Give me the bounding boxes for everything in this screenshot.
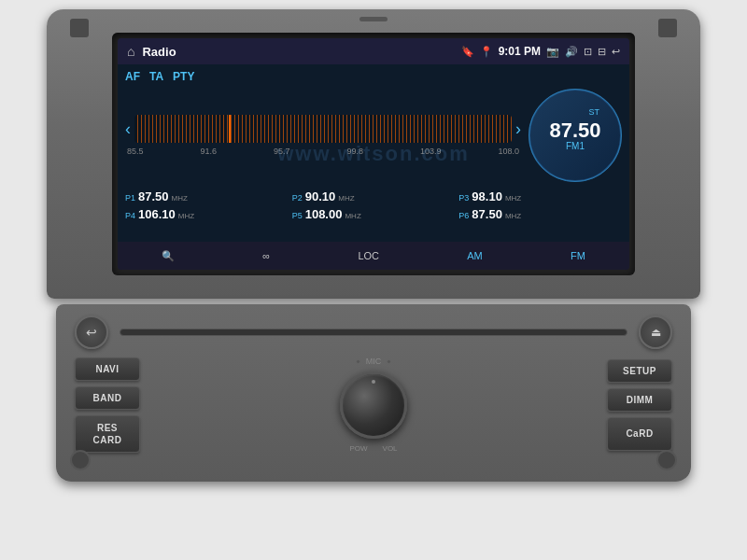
- tuner-left: ‹ › 85.5 91.6: [125, 115, 521, 156]
- af-badge[interactable]: AF: [125, 70, 140, 83]
- pow-vol-labels: POW VOL: [349, 444, 397, 453]
- screen-icon[interactable]: ⊡: [584, 46, 592, 58]
- preset-p4-label: P4: [125, 211, 135, 220]
- freq-mark-2: 91.6: [200, 147, 217, 156]
- right-button-group: SETUP DIMM CaRD: [607, 359, 672, 451]
- bottom-corner-right: [656, 450, 677, 470]
- fm-toolbar-btn[interactable]: FM: [571, 250, 585, 261]
- status-bar-icons: 🔖 📍 9:01 PM 📷 🔊 ⊡ ⊟ ↩: [461, 45, 620, 58]
- bottom-control-panel: ↩ ⏏ NAVI BAND RES CARD MIC POW: [56, 304, 691, 482]
- preset-p4-unit: MHZ: [178, 212, 194, 220]
- main-knob[interactable]: [340, 371, 407, 439]
- cd-row: ↩ ⏏: [75, 315, 672, 349]
- tune-right-arrow[interactable]: ›: [515, 119, 521, 139]
- preset-p6[interactable]: P6 87.50 MHZ: [458, 207, 622, 221]
- freq-mark-6: 108.0: [498, 147, 519, 156]
- back-icon[interactable]: ↩: [612, 46, 620, 58]
- preset-p3-unit: MHZ: [505, 194, 521, 203]
- freq-mark-3: 95.7: [274, 147, 290, 156]
- center-control: MIC POW VOL: [340, 357, 407, 453]
- screen: ⌂ Radio 🔖 📍 9:01 PM 📷 🔊 ⊡ ⊟ ↩: [118, 38, 629, 270]
- navi-button[interactable]: NAVI: [75, 357, 140, 381]
- screen-bezel: ⌂ Radio 🔖 📍 9:01 PM 📷 🔊 ⊡ ⊟ ↩: [112, 33, 635, 275]
- preset-p2-freq: 90.10: [305, 189, 336, 203]
- preset-p6-label: P6: [458, 211, 469, 220]
- status-time: 9:01 PM: [499, 45, 541, 58]
- left-button-group: NAVI BAND RES CARD: [75, 357, 140, 453]
- tuner-area: ‹ › 85.5 91.6: [125, 89, 622, 182]
- card-button[interactable]: CaRD: [607, 417, 672, 451]
- preset-p6-unit: MHZ: [505, 212, 521, 220]
- main-buttons-row: NAVI BAND RES CARD MIC POW VOL SETU: [75, 357, 672, 453]
- search-toolbar-btn[interactable]: 🔍: [162, 250, 175, 262]
- preset-p1-freq: 87.50: [138, 189, 169, 203]
- pow-label: POW: [349, 444, 367, 453]
- status-title: Radio: [142, 45, 176, 59]
- back-button[interactable]: ↩: [75, 315, 108, 349]
- band-label: FM1: [566, 141, 585, 151]
- volume-icon[interactable]: 🔊: [565, 46, 578, 58]
- bookmark-icon[interactable]: 🔖: [461, 46, 474, 58]
- vol-label: VOL: [383, 444, 398, 453]
- preset-p3[interactable]: P3 98.10 MHZ: [458, 189, 622, 203]
- am-toolbar-btn[interactable]: AM: [467, 250, 483, 261]
- corner-decoration-right: [658, 19, 677, 37]
- tuner-indicator: [229, 115, 231, 143]
- band-button[interactable]: BAND: [75, 386, 140, 410]
- preset-p1-unit: MHZ: [172, 194, 188, 203]
- res-card-button[interactable]: RES CARD: [75, 415, 140, 453]
- dimm-button[interactable]: DIMM: [607, 388, 672, 412]
- preset-p2-label: P2: [292, 193, 303, 203]
- head-unit-top: ⌂ Radio 🔖 📍 9:01 PM 📷 🔊 ⊡ ⊟ ↩: [47, 9, 700, 299]
- presets-area: P1 87.50 MHZ P2 90.10 MHZ P3 98.10 M: [125, 189, 622, 221]
- home-icon[interactable]: ⌂: [127, 44, 134, 59]
- preset-p5-unit: MHZ: [345, 212, 360, 220]
- freq-scale: 85.5 91.6 95.7 99.8 103.9 108.0: [125, 147, 521, 156]
- preset-p4-freq: 106.10: [138, 207, 176, 221]
- location-icon: 📍: [480, 46, 493, 58]
- preset-p1-label: P1: [125, 193, 135, 203]
- preset-p4[interactable]: P4 106.10 MHZ: [125, 207, 289, 221]
- setup-button[interactable]: SETUP: [607, 359, 672, 383]
- bottom-corner-left: [70, 450, 91, 470]
- preset-p3-freq: 98.10: [472, 189, 502, 203]
- preset-p5-freq: 108.00: [305, 207, 343, 221]
- indicator-dot: [387, 359, 391, 364]
- car-head-unit: ⌂ Radio 🔖 📍 9:01 PM 📷 🔊 ⊡ ⊟ ↩: [47, 9, 700, 482]
- tuner-bar-container: ‹ ›: [125, 115, 521, 143]
- preset-p2[interactable]: P2 90.10 MHZ: [292, 189, 456, 203]
- cd-slot: [120, 329, 627, 336]
- status-bar-left: ⌂ Radio: [127, 44, 176, 59]
- preset-p6-freq: 87.50: [472, 207, 502, 221]
- cast-icon[interactable]: ⊟: [598, 46, 606, 58]
- preset-p3-label: P3: [458, 193, 469, 203]
- tuner-bar[interactable]: [134, 115, 512, 143]
- status-bar: ⌂ Radio 🔖 📍 9:01 PM 📷 🔊 ⊡ ⊟ ↩: [118, 38, 629, 64]
- repeat-toolbar-btn[interactable]: ∞: [262, 250, 270, 261]
- eject-button[interactable]: ⏏: [639, 315, 672, 349]
- preset-p5-label: P5: [292, 211, 303, 220]
- tuner-lines: [134, 115, 512, 143]
- camera-icon[interactable]: 📷: [546, 46, 559, 58]
- ta-badge[interactable]: TA: [149, 70, 163, 83]
- pty-badge[interactable]: PTY: [173, 70, 194, 83]
- mic-dot: [356, 359, 360, 364]
- preset-p2-unit: MHZ: [338, 194, 354, 203]
- main-frequency: 87.50: [549, 120, 600, 141]
- radio-content: AF TA PTY ‹: [118, 64, 629, 242]
- mic-label: MIC: [366, 357, 382, 366]
- freq-mark-4: 99.8: [346, 147, 363, 156]
- radio-badges-row: AF TA PTY: [125, 70, 622, 83]
- st-label: ST: [588, 107, 599, 117]
- screen-toolbar: 🔍 ∞ LOC AM FM: [118, 242, 629, 270]
- freq-mark-5: 103.9: [420, 147, 442, 156]
- preset-p5[interactable]: P5 108.00 MHZ: [292, 207, 456, 221]
- corner-decoration-left: [70, 19, 89, 37]
- tune-left-arrow[interactable]: ‹: [125, 119, 131, 139]
- preset-p1[interactable]: P1 87.50 MHZ: [125, 189, 289, 203]
- freq-mark-1: 85.5: [127, 147, 144, 156]
- loc-toolbar-btn[interactable]: LOC: [358, 250, 379, 261]
- main-freq-display: ST 87.50 FM1: [529, 89, 622, 182]
- mic-area: MIC: [356, 357, 392, 366]
